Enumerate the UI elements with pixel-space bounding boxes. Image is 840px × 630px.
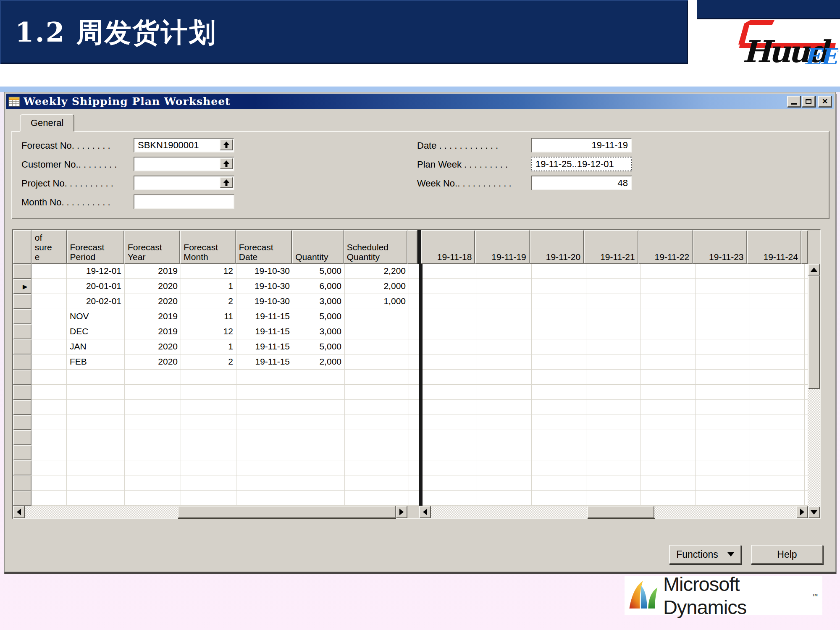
table-cell[interactable] [293, 415, 345, 430]
table-cell[interactable] [236, 445, 293, 460]
date-quantity-cell[interactable] [477, 370, 532, 385]
grid-date-header-cell[interactable]: 19-11-22 [638, 230, 693, 264]
row-selector[interactable] [13, 309, 32, 324]
grid-date-header-cell[interactable]: 19-11-19 [475, 230, 529, 264]
date-quantity-cell[interactable] [532, 264, 586, 279]
scroll-left-button[interactable] [13, 506, 25, 518]
date-quantity-cell[interactable] [750, 415, 805, 430]
date-quantity-cell[interactable] [696, 279, 750, 294]
date-quantity-cell[interactable] [750, 400, 805, 415]
date-quantity-cell[interactable] [423, 491, 477, 506]
scroll-down-button[interactable] [808, 507, 820, 518]
date-quantity-cell[interactable] [696, 294, 750, 309]
table-cell[interactable]: 19-10-30 [236, 264, 293, 279]
table-cell[interactable] [409, 294, 419, 309]
date-quantity-cell[interactable] [477, 475, 532, 491]
date-quantity-cell[interactable] [477, 430, 532, 445]
project-no-lookup-button[interactable] [220, 177, 233, 188]
project-no-field[interactable] [134, 176, 234, 190]
table-cell[interactable] [345, 460, 409, 475]
table-cell[interactable]: 2,000 [345, 279, 409, 294]
plan-week-field[interactable] [531, 157, 632, 171]
date-quantity-cell[interactable] [532, 415, 586, 430]
row-selector[interactable] [13, 264, 32, 279]
date-quantity-cell[interactable] [641, 324, 696, 339]
date-quantity-cell[interactable] [477, 309, 532, 324]
unit-of-measure-cell[interactable] [32, 400, 67, 415]
date-quantity-cell[interactable] [586, 400, 641, 415]
table-cell[interactable] [181, 445, 236, 460]
date-quantity-cell[interactable] [696, 354, 750, 370]
window-titlebar[interactable]: Weekly Shipping Plan Worksheet ✕ [6, 94, 834, 109]
tab-general[interactable]: General [20, 114, 74, 132]
unit-of-measure-cell[interactable] [32, 445, 67, 460]
table-cell[interactable] [67, 385, 125, 400]
grid-date-header-cell[interactable]: 19-11-24 [747, 230, 801, 264]
date-quantity-cell[interactable] [586, 354, 641, 370]
table-cell[interactable] [181, 460, 236, 475]
table-cell[interactable] [181, 385, 236, 400]
date-quantity-cell[interactable] [423, 415, 477, 430]
row-selector[interactable] [13, 415, 32, 430]
date-quantity-cell[interactable] [696, 324, 750, 339]
date-quantity-cell[interactable] [423, 400, 477, 415]
date-quantity-cell[interactable] [423, 264, 477, 279]
date-quantity-cell[interactable] [750, 294, 805, 309]
row-selector[interactable] [13, 491, 32, 506]
date-quantity-cell[interactable] [696, 445, 750, 460]
close-button[interactable]: ✕ [818, 96, 832, 107]
table-cell[interactable]: NOV [67, 309, 125, 324]
scroll-right-button[interactable] [796, 506, 808, 518]
table-cell[interactable] [293, 385, 345, 400]
table-cell[interactable] [409, 385, 419, 400]
table-cell[interactable]: DEC [67, 324, 125, 339]
table-cell[interactable]: 19-11-15 [236, 309, 293, 324]
table-cell[interactable] [345, 415, 409, 430]
date-quantity-cell[interactable] [641, 370, 696, 385]
unit-of-measure-cell[interactable] [32, 475, 67, 491]
table-cell[interactable] [181, 475, 236, 491]
table-cell[interactable] [181, 415, 236, 430]
project-no-input[interactable] [134, 176, 234, 189]
date-quantity-cell[interactable] [750, 445, 805, 460]
month-no-field[interactable] [134, 194, 234, 209]
table-cell[interactable]: 1 [181, 279, 236, 294]
table-cell[interactable] [293, 445, 345, 460]
date-quantity-cell[interactable] [423, 385, 477, 400]
table-cell[interactable] [409, 354, 419, 370]
table-cell[interactable]: 3,000 [293, 324, 345, 339]
date-quantity-cell[interactable] [750, 264, 805, 279]
grid-date-header-cell[interactable]: 19-11-18 [421, 230, 475, 264]
date-quantity-cell[interactable] [477, 354, 532, 370]
grid-header-cell[interactable]: Scheduled Quantity [344, 230, 407, 264]
date-quantity-cell[interactable] [586, 385, 641, 400]
date-quantity-cell[interactable] [532, 339, 586, 354]
customer-no-input[interactable] [134, 158, 234, 171]
unit-of-measure-cell[interactable] [32, 491, 67, 506]
table-cell[interactable]: 19-11-15 [236, 339, 293, 354]
table-cell[interactable] [181, 370, 236, 385]
date-quantity-cell[interactable] [641, 279, 696, 294]
table-cell[interactable]: 5,000 [293, 339, 345, 354]
date-quantity-cell[interactable] [532, 324, 586, 339]
unit-of-measure-cell[interactable] [32, 385, 67, 400]
row-selector[interactable] [13, 385, 32, 400]
unit-of-measure-cell[interactable] [32, 354, 67, 370]
date-quantity-cell[interactable] [696, 430, 750, 445]
date-quantity-cell[interactable] [696, 475, 750, 491]
date-quantity-cell[interactable] [423, 279, 477, 294]
date-quantity-cell[interactable] [477, 400, 532, 415]
unit-of-measure-cell[interactable] [32, 370, 67, 385]
date-quantity-cell[interactable] [641, 415, 696, 430]
date-quantity-cell[interactable] [423, 445, 477, 460]
table-cell[interactable] [409, 445, 419, 460]
table-cell[interactable] [409, 309, 419, 324]
forecast-no-field[interactable] [134, 138, 234, 152]
date-quantity-cell[interactable] [750, 430, 805, 445]
date-quantity-cell[interactable] [586, 430, 641, 445]
scroll-thumb[interactable] [587, 506, 654, 518]
table-cell[interactable] [345, 445, 409, 460]
table-cell[interactable] [345, 324, 409, 339]
date-quantity-cell[interactable] [641, 400, 696, 415]
date-quantity-cell[interactable] [696, 339, 750, 354]
